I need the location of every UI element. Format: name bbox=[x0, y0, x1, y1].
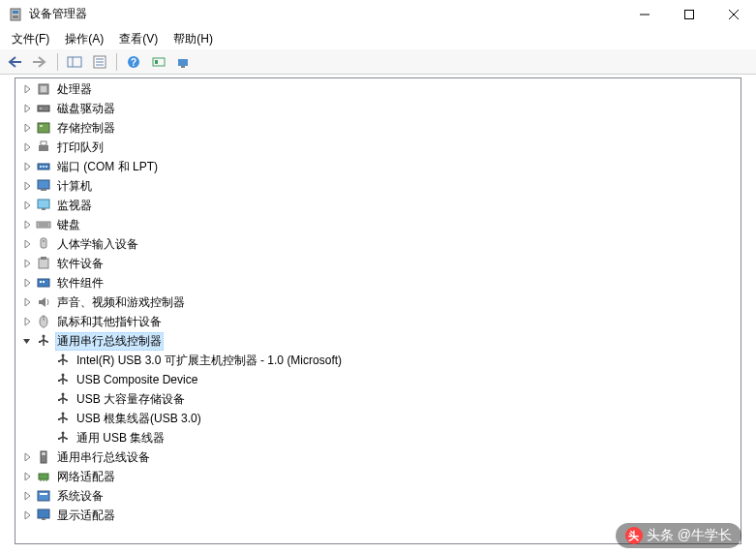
tree-category[interactable]: 端口 (COM 和 LPT) bbox=[16, 157, 740, 176]
chevron-right-icon[interactable] bbox=[20, 450, 34, 464]
disk-icon bbox=[36, 101, 51, 116]
tree-category[interactable]: 网络适配器 bbox=[16, 467, 740, 486]
tree-category[interactable]: 人体学输入设备 bbox=[16, 234, 740, 254]
help-button[interactable]: ? bbox=[122, 51, 145, 73]
chevron-right-icon[interactable] bbox=[20, 276, 34, 290]
chevron-right-icon[interactable] bbox=[20, 508, 34, 522]
svg-point-58 bbox=[66, 360, 68, 362]
chevron-right-icon[interactable] bbox=[20, 295, 34, 309]
forward-button[interactable] bbox=[29, 51, 52, 73]
keyboard-icon bbox=[36, 217, 51, 232]
svg-point-82 bbox=[66, 438, 68, 440]
tree-item-label: 软件组件 bbox=[55, 274, 106, 292]
toolbar-separator bbox=[116, 53, 117, 71]
watermark-icon: 头 bbox=[625, 527, 643, 544]
svg-rect-26 bbox=[41, 141, 46, 145]
svg-rect-41 bbox=[41, 257, 46, 260]
tree-category[interactable]: 磁盘驱动器 bbox=[16, 99, 740, 118]
chevron-right-icon[interactable] bbox=[20, 489, 34, 503]
back-button[interactable] bbox=[4, 51, 27, 73]
svg-rect-81 bbox=[58, 438, 60, 440]
tree-category[interactable]: 计算机 bbox=[16, 176, 740, 196]
chevron-right-icon[interactable] bbox=[20, 82, 34, 96]
svg-rect-34 bbox=[42, 208, 45, 210]
tree-item-label: 计算机 bbox=[55, 177, 94, 196]
minimize-button[interactable] bbox=[622, 0, 667, 29]
update-driver-button[interactable] bbox=[147, 51, 170, 73]
tree-category[interactable]: 系统设备 bbox=[16, 486, 740, 506]
chevron-right-icon[interactable] bbox=[20, 218, 34, 231]
tree-device[interactable]: USB 根集线器(USB 3.0) bbox=[16, 409, 740, 428]
chevron-right-icon[interactable] bbox=[20, 121, 34, 135]
menu-file[interactable]: 文件(F) bbox=[4, 29, 57, 49]
tree-category[interactable]: 处理器 bbox=[16, 79, 740, 99]
chevron-right-icon[interactable] bbox=[20, 315, 34, 328]
usb-device-icon bbox=[36, 449, 51, 465]
tree-item-label: 存储控制器 bbox=[55, 119, 117, 138]
svg-rect-16 bbox=[155, 60, 158, 64]
svg-rect-31 bbox=[38, 180, 49, 189]
svg-rect-69 bbox=[58, 399, 60, 401]
tree-item-label: 通用串行总线控制器 bbox=[55, 332, 164, 351]
device-tree[interactable]: 处理器磁盘驱动器存储控制器打印队列端口 (COM 和 LPT)计算机监视器键盘人… bbox=[16, 79, 740, 542]
chevron-right-icon[interactable] bbox=[20, 102, 34, 115]
chevron-right-icon[interactable] bbox=[20, 257, 34, 270]
component-icon bbox=[36, 275, 51, 291]
tree-category[interactable]: 监视器 bbox=[16, 196, 740, 215]
svg-rect-84 bbox=[42, 452, 45, 455]
tree-item-label: USB 根集线器(USB 3.0) bbox=[75, 410, 203, 428]
tree-category[interactable]: 通用串行总线控制器 bbox=[16, 331, 740, 351]
tree-device[interactable]: Intel(R) USB 3.0 可扩展主机控制器 - 1.0 (Microso… bbox=[16, 351, 740, 370]
show-hide-console-button[interactable] bbox=[63, 51, 86, 73]
svg-rect-85 bbox=[39, 474, 48, 479]
tree-item-label: 人体学输入设备 bbox=[55, 235, 140, 254]
chevron-right-icon[interactable] bbox=[20, 140, 34, 154]
maximize-button[interactable] bbox=[667, 0, 711, 29]
tree-item-label: 通用 USB 集线器 bbox=[75, 429, 166, 447]
tree-category[interactable]: 软件设备 bbox=[16, 254, 740, 273]
chevron-right-icon[interactable] bbox=[20, 160, 34, 173]
chevron-down-icon[interactable] bbox=[20, 334, 34, 348]
tree-item-label: 键盘 bbox=[55, 216, 82, 234]
svg-rect-92 bbox=[42, 518, 45, 520]
tree-item-label: 声音、视频和游戏控制器 bbox=[55, 293, 187, 312]
usb-icon bbox=[55, 411, 71, 426]
tree-category[interactable]: 声音、视频和游戏控制器 bbox=[16, 292, 740, 312]
display-icon bbox=[36, 508, 51, 523]
tree-category[interactable]: 通用串行总线设备 bbox=[16, 447, 740, 467]
menu-help[interactable]: 帮助(H) bbox=[166, 29, 221, 49]
tree-device[interactable]: USB Composite Device bbox=[16, 370, 740, 389]
menu-view[interactable]: 查看(V) bbox=[111, 29, 166, 49]
tree-category[interactable]: 鼠标和其他指针设备 bbox=[16, 312, 740, 331]
tree-category[interactable]: 打印队列 bbox=[16, 138, 740, 157]
svg-point-22 bbox=[40, 108, 42, 109]
svg-rect-18 bbox=[181, 66, 185, 68]
chevron-right-icon[interactable] bbox=[20, 237, 34, 251]
tree-item-label: 鼠标和其他指针设备 bbox=[55, 313, 164, 331]
tree-category[interactable]: 存储控制器 bbox=[16, 118, 740, 138]
tree-category[interactable]: 显示适配器 bbox=[16, 506, 740, 525]
tree-item-label: 监视器 bbox=[55, 197, 94, 215]
tree-category[interactable]: 软件组件 bbox=[16, 273, 740, 292]
scan-hardware-button[interactable] bbox=[172, 51, 196, 73]
properties-button[interactable] bbox=[88, 51, 111, 73]
toolbar: ? bbox=[0, 49, 756, 75]
svg-rect-40 bbox=[39, 259, 48, 268]
svg-rect-35 bbox=[37, 222, 50, 228]
tree-device[interactable]: USB 大容量存储设备 bbox=[16, 389, 740, 409]
tree-spacer bbox=[40, 392, 53, 406]
close-button[interactable] bbox=[711, 0, 756, 29]
tree-item-label: 通用串行总线设备 bbox=[55, 448, 152, 467]
chevron-right-icon[interactable] bbox=[20, 179, 34, 193]
tree-category[interactable]: 键盘 bbox=[16, 215, 740, 234]
port-icon bbox=[36, 159, 51, 174]
chevron-right-icon[interactable] bbox=[20, 199, 34, 212]
tree-item-label: USB Composite Device bbox=[75, 372, 199, 387]
svg-rect-51 bbox=[39, 341, 41, 343]
tree-spacer bbox=[40, 431, 53, 445]
tree-spacer bbox=[40, 373, 53, 386]
tree-device[interactable]: 通用 USB 集线器 bbox=[16, 428, 740, 447]
chevron-right-icon[interactable] bbox=[20, 470, 34, 483]
hid-icon bbox=[36, 236, 51, 252]
menu-action[interactable]: 操作(A) bbox=[57, 29, 111, 49]
